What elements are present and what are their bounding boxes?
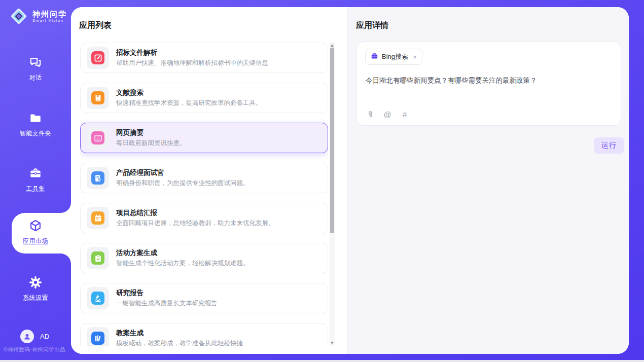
app-card-文献搜索[interactable]: 文献搜索 快速精准查找学术资源，提高研究效率的必备工具。: [80, 83, 328, 113]
mention-icon[interactable]: @: [383, 110, 392, 119]
chip-close-icon[interactable]: ×: [413, 54, 417, 60]
briefcase-icon: [371, 52, 378, 62]
browser-code-icon: </>: [91, 131, 104, 144]
interview-icon: [91, 171, 104, 185]
calendar-icon: [91, 211, 104, 225]
book-icon: [91, 91, 104, 104]
edit-square-icon: [91, 51, 104, 64]
app-card-项目总结汇报[interactable]: 项目总结汇报 全面回顾项目进展，总结经验教训，助力未来优化发展。: [80, 203, 328, 233]
user-account[interactable]: AD: [20, 330, 49, 343]
tool-chip-label: Bing搜索: [382, 52, 408, 61]
app-frame: 神州问学 Smart Vision 对话 智能文件夹 工具集 应用市场 系统设置…: [0, 0, 644, 360]
sidebar-item-工具集[interactable]: 工具集: [0, 167, 71, 193]
sidebar-nav: 对话 智能文件夹 工具集 应用市场 系统设置: [0, 0, 71, 360]
scrollbar-thumb[interactable]: [330, 48, 334, 233]
scroll-up-icon[interactable]: [331, 44, 334, 47]
run-button[interactable]: 运行: [594, 137, 624, 154]
prompt-text[interactable]: 今日湖北有哪些新闻要点？有哪些需要关注的最新政策？: [366, 76, 613, 85]
app-detail-title: 应用详情: [348, 7, 629, 31]
app-detail-panel: 应用详情 Bing搜索 × 今日湖北有哪些新闻要点？有哪些需要关注的最新政策？ …: [347, 7, 629, 354]
attachment-icon[interactable]: [366, 110, 375, 119]
app-card-招标文件解析[interactable]: 招标文件解析 帮助用户快速、准确地理解和解析招标书中的关键信息: [80, 43, 328, 73]
app-card-产品经理面试官[interactable]: 产品经理面试官 明确身份和职责，为您提供专业性的面试问题。: [80, 163, 328, 193]
tool-chip-bing-search[interactable]: Bing搜索 ×: [365, 49, 422, 65]
sidebar-item-系统设置[interactable]: 系统设置: [0, 276, 71, 302]
folder-icon: [29, 112, 42, 125]
microscope-icon: [91, 292, 104, 305]
gear-icon: [29, 276, 42, 289]
svg-text:</>: </>: [95, 137, 100, 140]
main-content: 应用列表 招标文件解析 帮助用户快速、准确地理解和解析招标书中的关键信息 文献搜…: [71, 7, 629, 354]
person-icon: [20, 330, 34, 343]
app-card-教案生成[interactable]: 教案生成 模板驱动，教案秒成，教学准备从此轻松快捷: [80, 323, 328, 346]
app-card-研究报告[interactable]: 研究报告 一键智能生成高质量长文本研究报告: [80, 283, 328, 313]
scroll-down-icon[interactable]: [331, 342, 334, 344]
app-card-活动方案生成[interactable]: 活动方案生成 智能生成个性化活动方案，轻松解决规划难题。: [80, 243, 328, 273]
prompt-card[interactable]: Bing搜索 × 今日湖北有哪些新闻要点？有哪些需要关注的最新政策？ @ #: [356, 42, 621, 126]
app-list-title: 应用列表: [71, 7, 347, 31]
copyright-footer: ©神州数码·神州问学出品: [4, 346, 65, 353]
list-scrollbar[interactable]: [330, 43, 335, 346]
toolbox-icon: [29, 167, 42, 180]
chat-icon: [29, 56, 42, 69]
app-list-panel: 应用列表 招标文件解析 帮助用户快速、准确地理解和解析招标书中的关键信息 文献搜…: [71, 7, 347, 354]
sidebar-item-应用市场[interactable]: 应用市场: [0, 219, 71, 245]
hash-icon[interactable]: #: [400, 110, 409, 119]
sidebar: 神州问学 Smart Vision 对话 智能文件夹 工具集 应用市场 系统设置…: [0, 0, 71, 360]
app-card-网页摘要[interactable]: </> 网页摘要 每日政府新闻资讯快查。: [80, 123, 328, 153]
cube-icon: [29, 219, 42, 232]
prompt-toolbar: @ #: [366, 110, 409, 119]
sidebar-item-对话[interactable]: 对话: [0, 56, 71, 82]
sidebar-item-智能文件夹[interactable]: 智能文件夹: [0, 112, 71, 138]
app-list: 招标文件解析 帮助用户快速、准确地理解和解析招标书中的关键信息 文献搜索 快速精…: [80, 43, 328, 346]
clipboard-check-icon: [91, 251, 104, 265]
user-initials: AD: [40, 333, 49, 340]
books-icon: [91, 332, 104, 345]
